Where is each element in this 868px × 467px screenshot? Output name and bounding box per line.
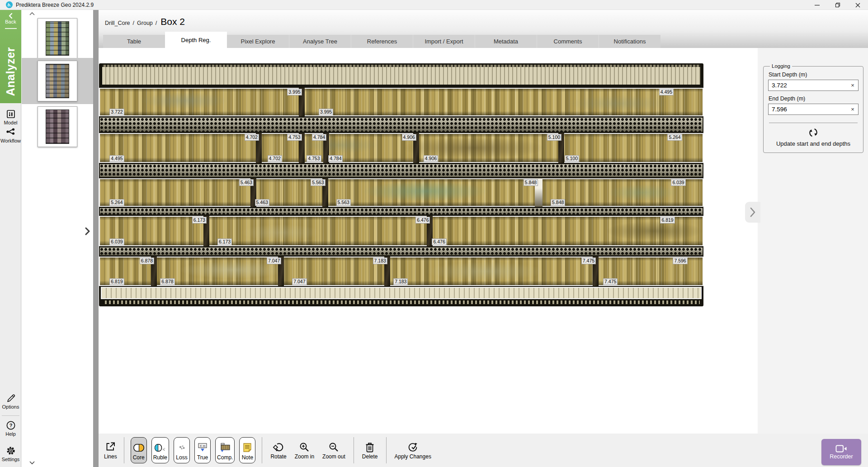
depth-label[interactable]: 4.753 — [307, 155, 321, 162]
depth-label[interactable]: 6.819 — [660, 217, 675, 224]
tab-metadata[interactable]: Metadata — [475, 35, 537, 48]
core-row-4[interactable]: 6.1736.4766.8196.0396.1736.476 — [99, 216, 703, 246]
depth-label[interactable]: 6.039 — [109, 238, 124, 245]
depth-label[interactable]: 4.702 — [245, 134, 259, 141]
minimize-button[interactable] — [807, 0, 827, 10]
depth-label[interactable]: 3.995 — [287, 89, 302, 95]
depth-label[interactable]: 6.878 — [160, 278, 175, 285]
tool-note-button[interactable]: Note — [239, 437, 255, 463]
depth-label[interactable]: 4.495 — [659, 89, 674, 95]
zoom-in-button[interactable]: Zoom in — [295, 441, 314, 460]
logging-panel-title: Logging — [770, 63, 792, 69]
depth-label[interactable]: 3.722 — [109, 109, 124, 115]
zoom-out-button[interactable]: Zoom out — [322, 441, 345, 460]
breadcrumb-item[interactable]: Group — [137, 20, 153, 26]
recorder-button[interactable]: Recorder — [821, 439, 861, 465]
core-row-3[interactable]: 5.4635.5635.8486.0395.2645.4635.5635.848 — [99, 178, 703, 207]
delete-button[interactable]: Delete — [362, 441, 378, 460]
sidebar-item-model[interactable]: Model — [0, 109, 21, 125]
tool-loss-button[interactable]: Loss — [174, 437, 190, 463]
depth-label[interactable]: 4.702 — [268, 155, 282, 162]
depth-label[interactable]: 5.563 — [311, 179, 325, 186]
depth-label[interactable]: 5.463 — [255, 199, 269, 206]
clear-start-depth-button[interactable]: × — [848, 80, 858, 91]
breadcrumb-separator: / — [156, 20, 157, 26]
rotate-button[interactable]: Rotate — [270, 441, 286, 460]
depth-label[interactable]: 5.100 — [565, 155, 579, 162]
restore-button[interactable] — [827, 0, 848, 10]
sidebar-item-workflow[interactable]: Workflow — [0, 127, 21, 143]
depth-label[interactable]: 4.784 — [312, 134, 326, 141]
depth-label[interactable]: 4.906 — [402, 134, 416, 141]
scroll-up-button[interactable] — [29, 12, 35, 16]
depth-label[interactable]: 5.463 — [239, 179, 254, 186]
tab-analyse-tree[interactable]: Analyse Tree — [289, 35, 351, 48]
depth-label[interactable]: 4.906 — [424, 155, 438, 162]
tool-ruble-button[interactable]: Ruble — [151, 437, 169, 463]
depth-label[interactable]: 4.784 — [328, 155, 343, 162]
core-box-thumbnail-1[interactable] — [38, 18, 77, 59]
end-depth-input[interactable] — [768, 104, 859, 115]
sidebar-item-options[interactable]: Options — [0, 393, 21, 410]
start-depth-input[interactable] — [768, 80, 859, 91]
action-label: Apply Changes — [395, 453, 431, 460]
depth-label[interactable]: 5.100 — [547, 134, 561, 141]
depth-label[interactable]: 5.563 — [336, 199, 351, 206]
core-box-thumbnail-3[interactable] — [38, 106, 77, 147]
tool-core-button[interactable]: Core — [131, 437, 147, 463]
scroll-down-button[interactable] — [29, 461, 35, 465]
depth-label[interactable]: 7.183 — [373, 257, 387, 264]
depth-label[interactable]: 3.995 — [319, 109, 333, 115]
depth-label[interactable]: 5.848 — [551, 199, 565, 206]
depth-label[interactable]: 5.264 — [667, 134, 682, 141]
back-label[interactable]: Back — [0, 19, 21, 24]
tool-comp-button[interactable]: Comp. — [215, 437, 235, 463]
depth-label[interactable]: 6.878 — [140, 257, 154, 264]
depth-registration-canvas[interactable]: 3.9954.4953.7223.9954.7024.7534.7844.906… — [99, 48, 758, 434]
depth-label[interactable]: 7.183 — [393, 278, 408, 285]
tab-comments[interactable]: Comments — [537, 35, 599, 48]
help-icon: ? — [5, 420, 16, 431]
tab-references[interactable]: References — [351, 35, 413, 48]
tab-depth-reg[interactable]: Depth Reg. — [165, 32, 227, 48]
close-button[interactable] — [848, 0, 868, 10]
sidebar-item-settings[interactable]: Settings — [0, 445, 21, 462]
core-box-thumbnail-2[interactable] — [38, 61, 77, 101]
depth-label[interactable]: 5.848 — [524, 179, 538, 186]
depth-label[interactable]: 6.173 — [217, 238, 232, 245]
tool-lines-button[interactable]: Lines — [103, 439, 118, 462]
divider — [354, 437, 354, 463]
apply-changes-button[interactable]: Apply Changes — [395, 441, 431, 460]
sidebar-item-help[interactable]: ? Help — [0, 420, 21, 437]
svg-text:X m: X m — [200, 444, 206, 448]
depth-label[interactable]: 5.264 — [109, 199, 124, 206]
tab-notifications[interactable]: Notifications — [599, 35, 660, 48]
depth-label[interactable]: 4.753 — [287, 134, 302, 141]
depth-label[interactable]: 7.596 — [673, 257, 687, 264]
core-box-image[interactable]: 3.9954.4953.7223.9954.7024.7534.7844.906… — [99, 63, 703, 306]
start-depth-label: Start Depth (m) — [769, 71, 859, 78]
breadcrumb-item[interactable]: Drill_Core — [105, 20, 130, 26]
tab-pixel-explore[interactable]: Pixel Explore — [227, 35, 289, 48]
depth-label[interactable]: 7.047 — [292, 278, 307, 285]
collapse-thumbnails-button[interactable] — [84, 226, 93, 239]
core-row-5[interactable]: 6.8787.0477.1837.4757.5966.8196.8787.047… — [99, 257, 703, 286]
back-button[interactable] — [7, 13, 14, 19]
clear-end-depth-button[interactable]: × — [848, 104, 858, 114]
depth-label[interactable]: 6.039 — [671, 179, 685, 186]
tab-table[interactable]: Table — [103, 35, 165, 48]
tool-true-button[interactable]: X mTrue — [194, 437, 211, 463]
core-row-1[interactable]: 3.9954.4953.7223.995 — [99, 88, 703, 116]
update-depths-button[interactable]: Update start and end depths — [768, 128, 859, 147]
depth-label[interactable]: 6.476 — [415, 217, 430, 224]
depth-label[interactable]: 7.047 — [267, 257, 281, 264]
depth-label[interactable]: 7.475 — [603, 278, 618, 285]
depth-label[interactable]: 7.475 — [581, 257, 596, 264]
depth-label[interactable]: 6.819 — [109, 278, 124, 285]
core-row-2[interactable]: 4.7024.7534.7844.9065.1005.2644.4954.702… — [99, 133, 703, 163]
depth-label[interactable]: 6.476 — [432, 238, 446, 245]
collapse-right-panel-button[interactable] — [745, 202, 760, 223]
depth-label[interactable]: 6.173 — [192, 217, 207, 224]
tab-import-export[interactable]: Import / Export — [413, 35, 475, 48]
depth-label[interactable]: 4.495 — [109, 155, 124, 162]
